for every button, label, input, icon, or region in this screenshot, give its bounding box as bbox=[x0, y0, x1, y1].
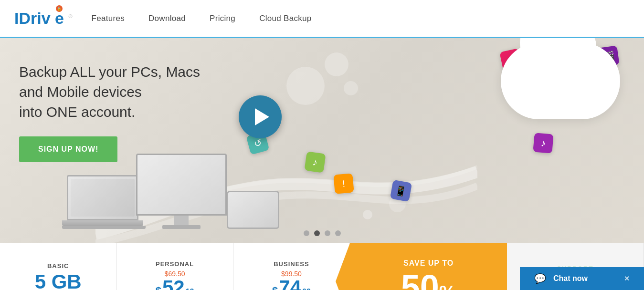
basic-plan-size: 5 GB bbox=[35, 272, 82, 290]
laptop-base bbox=[62, 220, 143, 226]
dot-1[interactable] bbox=[304, 230, 309, 236]
basic-plan: BASIC 5 GB FREE bbox=[0, 243, 116, 290]
tablet-device bbox=[222, 191, 284, 229]
desktop-device bbox=[134, 154, 229, 229]
business-plan-price: $ 74 62 bbox=[272, 278, 311, 290]
cloud-shape bbox=[501, 43, 620, 119]
business-price-main: 74 bbox=[279, 278, 301, 290]
nav-pricing[interactable]: Pricing bbox=[210, 14, 235, 23]
chat-close-button[interactable]: ✕ bbox=[624, 275, 630, 282]
basic-plan-name: BASIC bbox=[47, 262, 69, 269]
slider-dots bbox=[304, 230, 341, 236]
float-icon-4: 📱 bbox=[390, 180, 412, 202]
dot-4[interactable] bbox=[335, 230, 341, 236]
personal-plan: PERSONAL $69.50 $ 52 12 FIRST YEAR bbox=[116, 243, 233, 290]
chat-icon: 💬 bbox=[534, 273, 546, 284]
logo-registered: ® bbox=[68, 13, 72, 19]
save-block: SAVE UP TO 50% bbox=[350, 243, 507, 290]
personal-plan-name: PERSONAL bbox=[156, 260, 194, 268]
dot-2[interactable] bbox=[314, 230, 320, 236]
nav-download[interactable]: Download bbox=[148, 14, 186, 23]
float-icon-8: ♪ bbox=[533, 133, 553, 153]
cloud-graphic bbox=[501, 43, 620, 119]
logo[interactable]: IDriv e 🔒 ® bbox=[14, 9, 73, 28]
hero-section: Backup ALL your PCs, Macs and Mobile dev… bbox=[0, 38, 644, 243]
save-percent: 50% bbox=[401, 270, 456, 290]
deco-circle-3 bbox=[344, 81, 358, 95]
desktop-neck bbox=[174, 216, 189, 225]
laptop-screen bbox=[67, 175, 138, 220]
personal-price-cents: 12 bbox=[186, 288, 194, 290]
business-dollar: $ bbox=[272, 285, 278, 290]
tablet-screen bbox=[227, 191, 279, 229]
float-icon-2: ♪ bbox=[304, 151, 326, 173]
float-icon-3: ! bbox=[333, 173, 354, 194]
hero-content: Backup ALL your PCs, Macs and Mobile dev… bbox=[19, 62, 210, 162]
deco-circle-1 bbox=[286, 67, 325, 105]
laptop-device bbox=[62, 175, 143, 229]
deco-circle-2 bbox=[325, 52, 348, 76]
devices-group bbox=[62, 154, 284, 229]
dot-3[interactable] bbox=[325, 230, 330, 236]
nav-features[interactable]: Features bbox=[92, 14, 125, 23]
desktop-foot bbox=[162, 225, 201, 229]
personal-plan-price: $ 52 12 bbox=[156, 278, 194, 290]
nav-cloud-backup[interactable]: Cloud Backup bbox=[259, 14, 311, 23]
business-price-cents: 62 bbox=[302, 288, 311, 290]
desktop-screen bbox=[136, 154, 227, 216]
business-plan: BUSINESS $99.50 $ 74 62 FIRST YEAR bbox=[233, 243, 350, 290]
play-button[interactable] bbox=[239, 95, 282, 138]
hero-title: Backup ALL your PCs, Macs and Mobile dev… bbox=[19, 62, 210, 122]
main-nav: Features Download Pricing Cloud Backup bbox=[92, 14, 312, 23]
save-label: SAVE UP TO bbox=[403, 259, 454, 268]
percent-sign: % bbox=[439, 282, 456, 290]
laptop-bottom bbox=[62, 226, 146, 229]
business-plan-name: BUSINESS bbox=[274, 260, 309, 268]
signup-button[interactable]: SIGN UP NOW! bbox=[19, 136, 117, 162]
header: IDriv e 🔒 ® Features Download Pricing Cl… bbox=[0, 0, 644, 38]
logo-lock-icon: 🔒 bbox=[56, 5, 63, 12]
logo-e-container: e 🔒 bbox=[55, 9, 64, 28]
chat-label: Chat now bbox=[553, 274, 588, 283]
logo-text: IDriv e 🔒 ® bbox=[14, 9, 73, 28]
chat-bar[interactable]: 💬 Chat now ✕ bbox=[520, 267, 644, 290]
personal-dollar: $ bbox=[156, 285, 161, 290]
personal-price-main: 52 bbox=[162, 278, 185, 290]
